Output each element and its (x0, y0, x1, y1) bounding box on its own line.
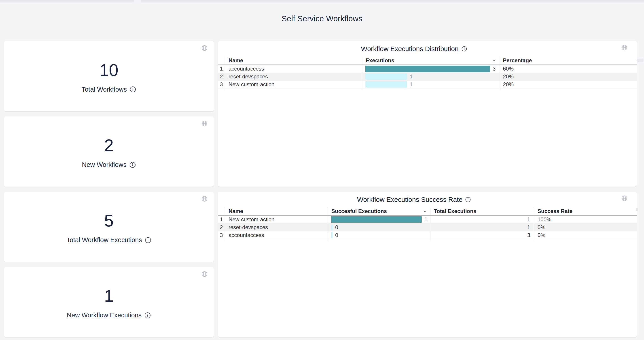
globe-icon[interactable] (202, 196, 208, 202)
header-percentage[interactable]: Percentage (499, 56, 637, 65)
top-edge-notch (134, 0, 141, 3)
row-index: 2 (218, 73, 225, 80)
dashboard-grid: 10 Total Workflows Workflow Executions D… (4, 41, 637, 337)
executions-value: 1 (410, 73, 412, 80)
header-successful-label: Succesful Executions (332, 208, 387, 214)
percentage-value: 20% (499, 81, 637, 88)
workflow-name: reset-devspaces (225, 73, 362, 80)
panel-title: Workflow Executions Success Rate (357, 196, 462, 203)
header-name[interactable]: Name (225, 207, 328, 215)
table-row[interactable]: 1 New-custom-action 1 1 100% (218, 216, 637, 224)
column-border-spill (218, 88, 637, 90)
successful-executions-bar (331, 224, 332, 231)
table-header-row: Name Succesful Executions Total Executio… (218, 207, 637, 216)
row-index: 2 (218, 224, 225, 231)
executions-value: 3 (492, 66, 496, 72)
total-executions-value: 3 (430, 231, 534, 239)
stat-card-total-workflows: 10 Total Workflows (4, 41, 214, 111)
scrollbar-thumb[interactable] (636, 59, 644, 62)
workflow-name: accountaccess (225, 65, 362, 73)
header-success-rate[interactable]: Success Rate (534, 207, 637, 215)
successful-value: 1 (424, 216, 427, 223)
stat-value: 1 (104, 287, 114, 304)
row-index: 3 (218, 81, 225, 88)
top-edge-strip (0, 0, 644, 3)
executions-bar (366, 81, 407, 88)
successful-value: 0 (335, 232, 338, 238)
success-rate-value: 0% (534, 224, 637, 231)
header-successful-executions[interactable]: Succesful Executions (328, 207, 430, 215)
total-executions-value: 1 (430, 216, 534, 223)
info-icon[interactable] (145, 237, 152, 243)
success-rate-value: 0% (534, 231, 637, 239)
info-icon[interactable] (465, 197, 471, 203)
header-total-executions[interactable]: Total Executions (430, 207, 534, 215)
total-executions-value: 1 (430, 224, 534, 231)
table-row[interactable]: 2 reset-devspaces 1 20% (218, 73, 637, 81)
table-row[interactable]: 3 accountaccess 0 3 0% (218, 231, 637, 239)
globe-icon[interactable] (202, 271, 208, 277)
executions-distribution-table: Name Executions Percentage 1 accountacce… (218, 56, 637, 90)
info-icon[interactable] (461, 46, 467, 52)
stat-value: 5 (104, 212, 114, 229)
table-row[interactable]: 3 New-custom-action 1 20% (218, 81, 637, 88)
panel-workflow-executions-success-rate: Workflow Executions Success Rate Name Su… (218, 192, 637, 337)
globe-icon[interactable] (622, 195, 628, 201)
stat-card-new-workflow-executions: 1 New Workflow Executions (4, 267, 214, 337)
info-icon[interactable] (129, 161, 136, 168)
executions-bar (366, 73, 407, 80)
panel-title: Workflow Executions Distribution (361, 45, 458, 53)
table-row[interactable]: 1 accountaccess 3 60% (218, 65, 637, 73)
header-executions-label: Executions (366, 57, 394, 64)
success-rate-value: 100% (534, 216, 637, 223)
workflow-name: New-custom-action (225, 81, 362, 88)
percentage-value: 20% (499, 73, 637, 80)
success-rate-table: Name Succesful Executions Total Executio… (218, 207, 637, 241)
globe-icon[interactable] (622, 45, 628, 51)
executions-value: 1 (410, 81, 412, 88)
scrollbar-thumb[interactable] (636, 208, 638, 211)
page-title: Self Service Workflows (0, 14, 644, 23)
info-icon[interactable] (144, 312, 151, 319)
row-index: 1 (218, 65, 225, 73)
panel-workflow-executions-distribution: Workflow Executions Distribution Name Ex… (218, 41, 637, 187)
header-name[interactable]: Name (225, 56, 362, 65)
header-executions[interactable]: Executions (362, 56, 499, 65)
successful-executions-bar (331, 232, 332, 238)
row-index: 1 (218, 216, 225, 223)
workflow-name: New-custom-action (225, 216, 328, 223)
row-index: 3 (218, 231, 225, 239)
table-header-row: Name Executions Percentage (218, 56, 637, 65)
table-row[interactable]: 2 reset-devspaces 0 1 0% (218, 224, 637, 231)
percentage-value: 60% (499, 65, 637, 73)
successful-value: 0 (335, 224, 338, 231)
stat-value: 2 (104, 137, 114, 154)
column-border-spill (218, 239, 637, 241)
workflow-name: accountaccess (225, 231, 328, 239)
stat-label: Total Workflows (82, 86, 127, 93)
globe-icon[interactable] (202, 45, 208, 51)
sort-desc-chevron-icon[interactable] (422, 209, 427, 214)
stat-card-total-workflow-executions: 5 Total Workflow Executions (4, 192, 214, 262)
executions-bar (366, 66, 490, 72)
stat-value: 10 (100, 62, 118, 79)
stat-label: Total Workflow Executions (66, 236, 142, 244)
stat-card-new-workflows: 2 New Workflows (4, 116, 214, 187)
header-index (218, 207, 225, 215)
stat-label: New Workflows (82, 161, 126, 168)
successful-executions-bar (331, 216, 422, 223)
sort-desc-chevron-icon[interactable] (492, 58, 496, 63)
header-index (218, 56, 225, 65)
globe-icon[interactable] (202, 120, 208, 126)
info-icon[interactable] (130, 86, 136, 93)
stat-label: New Workflow Executions (67, 311, 142, 319)
workflow-name: reset-devspaces (225, 224, 328, 231)
